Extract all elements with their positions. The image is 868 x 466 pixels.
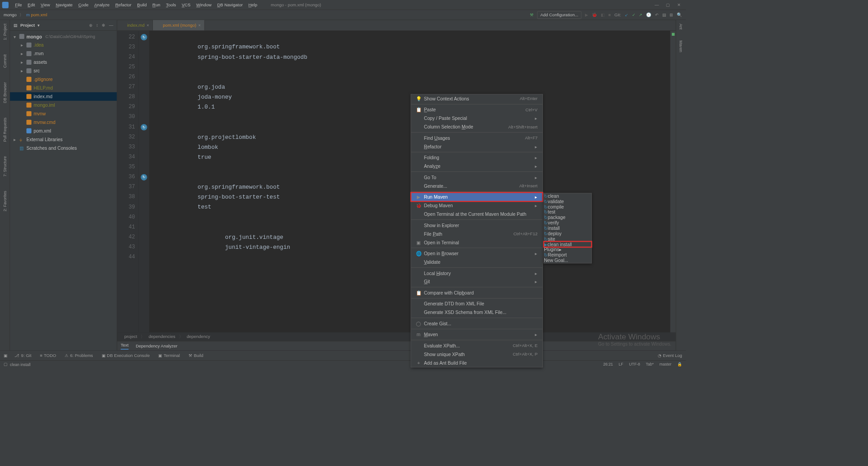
menu-item-open-terminal-at-the-current-maven-module-path[interactable]: Open Terminal at the Current Maven Modul… <box>411 210 542 219</box>
maven-goal-compile[interactable]: ↻compile <box>544 204 591 209</box>
status-item[interactable]: Tab* <box>646 362 654 366</box>
editor-footer-tab-text[interactable]: Text <box>121 342 128 349</box>
debug-icon[interactable]: 🐞 <box>592 12 597 17</box>
tree-item--mvn[interactable]: ▸.mvn <box>10 49 117 58</box>
maven-goal-clean-install[interactable]: ▶clean install <box>544 242 591 247</box>
menu-item-open-in-browser[interactable]: 🌐Open in Browser▸ <box>411 249 542 258</box>
bottom-tool-todo[interactable]: ≡ TODO <box>40 353 56 358</box>
menu-item-generate-dtd-from-xml-file[interactable]: Generate DTD from XML File <box>411 300 542 308</box>
menu-item-maven[interactable]: mMaven▸ <box>411 330 542 339</box>
settings-icon[interactable]: ✻ <box>102 23 105 28</box>
menu-item-validate[interactable]: Validate <box>411 258 542 266</box>
menu-item-create-gist-[interactable]: ◯Create Gist... <box>411 319 542 328</box>
breadcrumb-project[interactable]: project <box>124 334 137 339</box>
menu-item-git[interactable]: Git▸ <box>411 277 542 286</box>
gutter-marks[interactable]: ↻↻↻ <box>139 31 150 333</box>
maven-goal-package[interactable]: ↻package <box>544 215 591 220</box>
select-opened-file-icon[interactable]: ⊕ <box>89 23 93 28</box>
bottom-tool-db-execution-console[interactable]: ▣ DB Execution Console <box>102 353 150 358</box>
menu-item-go-to[interactable]: Go To▸ <box>411 173 542 181</box>
left-tab-1--project[interactable]: 1: Project <box>3 24 7 40</box>
editor-tab-index-md[interactable]: index.md× <box>117 20 153 30</box>
maven-goal-clean[interactable]: ↻clean <box>544 193 591 199</box>
menu-item-show-unique-xpath[interactable]: Show unique XPathCtrl+Alt+X, P <box>411 350 542 358</box>
status-item[interactable]: 🔒 <box>677 362 682 366</box>
status-item[interactable]: 26:21 <box>603 362 613 366</box>
menu-item-file-path[interactable]: File PathCtrl+Alt+F12 <box>411 229 542 238</box>
breadcrumb-dependency[interactable]: dependency <box>187 334 210 339</box>
tree-item-HELP-md[interactable]: HELP.md <box>10 84 117 92</box>
maven-goal-new-goal-[interactable]: New Goal... <box>544 258 591 263</box>
maven-goal-reimport[interactable]: ↻Reimport <box>544 252 591 258</box>
event-log-button[interactable]: ◔ Event Log <box>658 353 682 358</box>
stop-icon[interactable]: ■ <box>608 12 611 17</box>
status-icon[interactable]: ▢ <box>4 362 7 366</box>
project-structure-icon[interactable]: ▤ <box>662 12 666 17</box>
close-icon[interactable]: ✕ <box>677 2 681 7</box>
maven-goal-test[interactable]: ↻test <box>544 209 591 215</box>
menu-edit[interactable]: Edit <box>25 2 38 7</box>
status-item[interactable]: master <box>660 362 672 366</box>
expand-all-icon[interactable]: ↕ <box>96 23 99 28</box>
menu-item-find-usages[interactable]: Find UsagesAlt+F7 <box>411 133 542 142</box>
bottom-tool-build[interactable]: ⚒ Build <box>189 353 203 358</box>
tree-item-pom-xml[interactable]: pom.xml <box>10 127 117 135</box>
maximize-icon[interactable]: ▢ <box>666 2 670 7</box>
git-rollback-icon[interactable]: ↶ <box>655 12 659 17</box>
menu-navigate[interactable]: Navigate <box>53 2 75 7</box>
left-tab-7--structure[interactable]: 7: Structure <box>3 156 7 176</box>
tree-item--gitignore[interactable]: .gitignore <box>10 75 117 84</box>
menu-item-paste[interactable]: 📋PasteCtrl+V <box>411 105 542 114</box>
dropdown-icon[interactable]: ▾ <box>38 23 40 28</box>
left-tab-2--favorites[interactable]: 2: Favorites <box>3 191 7 211</box>
project-view-label[interactable]: Project <box>20 23 35 28</box>
right-tab-ant[interactable]: Ant <box>679 24 683 29</box>
tree-item-mongo-iml[interactable]: mongo.iml <box>10 101 117 109</box>
menu-item-local-history[interactable]: Local History▸ <box>411 269 542 277</box>
menu-item-debug-maven[interactable]: 🐞Debug Maven▸ <box>411 201 542 210</box>
tree-item-index-md[interactable]: index.md <box>10 92 117 101</box>
scrollbar[interactable] <box>670 31 676 333</box>
menu-analyze[interactable]: Analyze <box>91 2 112 7</box>
git-commit-icon[interactable]: ✓ <box>632 12 636 17</box>
menu-item-show-in-explorer[interactable]: Show in Explorer <box>411 221 542 229</box>
editor-context-menu[interactable]: 💡Show Context ActionsAlt+Enter📋PasteCtrl… <box>411 94 543 367</box>
hide-icon[interactable]: — <box>109 23 113 28</box>
search-everywhere-icon[interactable]: 🔍 <box>677 12 682 17</box>
external-libraries[interactable]: ▸ ⏚ External Libraries <box>10 135 117 144</box>
menu-item-column-selection-mode[interactable]: Column Selection ModeAlt+Shift+Insert <box>411 123 542 131</box>
breadcrumb[interactable]: mongo 〉 m pom.xml <box>4 12 47 18</box>
left-tab-commit[interactable]: Commit <box>3 54 7 68</box>
menu-item-refactor[interactable]: Refactor▸ <box>411 142 542 151</box>
status-item[interactable]: UTF-8 <box>629 362 640 366</box>
tree-item-mvnw-cmd[interactable]: mvnw.cmd <box>10 118 117 127</box>
run-icon[interactable]: ▶ <box>585 12 588 17</box>
coverage-icon[interactable]: ◧ <box>601 12 605 17</box>
menu-vcs[interactable]: VCS <box>179 2 193 7</box>
maven-goal-validate[interactable]: ↻validate <box>544 199 591 204</box>
menu-item-generate-[interactable]: Generate...Alt+Insert <box>411 181 542 190</box>
menu-item-open-in-terminal[interactable]: ▣Open in Terminal <box>411 238 542 247</box>
tool-windows-icon[interactable]: ▣ <box>4 353 8 358</box>
menu-item-run-maven[interactable]: ▶Run Maven▸ <box>411 193 542 201</box>
scratches-consoles[interactable]: ▥ Scratches and Consoles <box>10 144 117 152</box>
menu-item-add-as-ant-build-file[interactable]: +Add as Ant Build File <box>411 358 542 367</box>
menu-item-copy-paste-special[interactable]: Copy / Paste Special▸ <box>411 114 542 123</box>
menu-item-compare-with-clipboard[interactable]: 📋Compare with Clipboard <box>411 289 542 297</box>
left-tab-db-browser[interactable]: DB Browser <box>3 82 7 103</box>
status-item[interactable]: LF <box>619 362 623 366</box>
git-update-icon[interactable]: ↙ <box>625 12 628 17</box>
right-tab-maven[interactable]: Maven <box>679 40 683 52</box>
menu-item-evaluate-xpath-[interactable]: Evaluate XPath...Ctrl+Alt+X, E <box>411 341 542 350</box>
code-editor[interactable]: org.springframework.boot spring-boot-sta… <box>149 31 670 333</box>
project-root[interactable]: ▾ mongo C:\Data\Code\GitHub\Spring <box>10 32 117 41</box>
menu-db-navigator[interactable]: DB Navigator <box>214 2 245 7</box>
menu-window[interactable]: Window <box>193 2 214 7</box>
menu-run[interactable]: Run <box>150 2 163 7</box>
bottom-tool-9--git[interactable]: ⎇ 9: Git <box>14 353 31 358</box>
bottom-tool-6--problems[interactable]: ⚠ 6: Problems <box>65 353 93 358</box>
left-tab-pull-requests[interactable]: Pull Requests <box>3 118 7 142</box>
minimize-icon[interactable]: — <box>655 2 659 7</box>
menu-refactor[interactable]: Refactor <box>113 2 134 7</box>
menu-item-generate-xsd-schema-from-xml-file-[interactable]: Generate XSD Schema from XML File... <box>411 308 542 317</box>
